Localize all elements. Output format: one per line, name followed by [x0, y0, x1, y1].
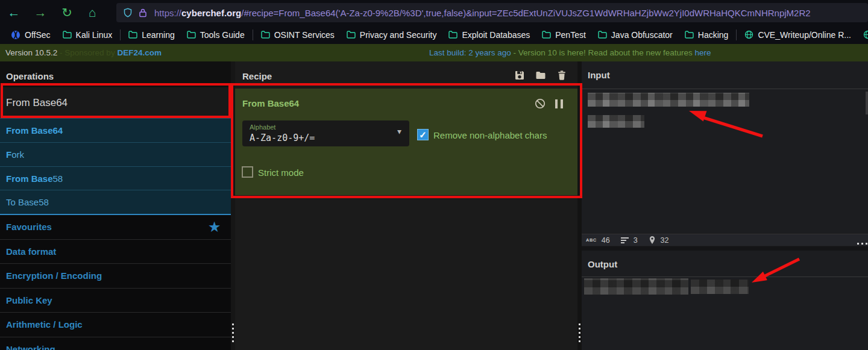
category-data-format[interactable]: Data format	[0, 240, 231, 264]
category-label: Networking	[6, 344, 55, 350]
category-arithmetic-logic[interactable]: Arithmetic / Logic	[0, 313, 231, 337]
bookmark-label: CVE_Writeup/Online R...	[758, 30, 851, 40]
bookmark-cve-writeup-online[interactable]: CVE_Writeup/Online R...	[738, 30, 857, 40]
sponsor-link[interactable]: DEF24.com	[117, 48, 162, 57]
bookmark-label: OSINT Services	[274, 30, 335, 40]
line-count: 3	[634, 236, 638, 245]
alphabet-label: Alphabet	[250, 123, 275, 131]
bookmarks-bar: OffSec Kali Linux Learning Tools Guide O…	[0, 25, 868, 44]
redacted-input-line-2	[588, 115, 644, 128]
folder-icon	[261, 31, 270, 39]
last-build-link[interactable]: Last build: 2 years ago	[429, 48, 511, 57]
category-encryption-encoding[interactable]: Encryption / Encoding	[0, 264, 231, 289]
match-text: From Base64	[6, 125, 63, 136]
bookmark-folder-kali-linux[interactable]: Kali Linux	[57, 30, 119, 40]
category-label: Arithmetic / Logic	[6, 319, 83, 330]
category-label: Encryption / Encoding	[6, 270, 102, 281]
edit-favourites-star-icon[interactable]: ★	[209, 215, 220, 240]
remove-non-alphabet-checkbox[interactable]: ✓	[417, 129, 429, 140]
bookmark-folder-osint-services[interactable]: OSINT Services	[255, 30, 341, 40]
operations-title: Operations	[6, 71, 54, 81]
banner-left: Version 10.5.2 - Sponsored by DEF24.com	[5, 44, 162, 61]
alphabet-dropdown[interactable]: Alphabet A-Za-z0-9+/= ▾	[242, 120, 409, 146]
category-label: Favourites	[6, 222, 52, 232]
reload-icon[interactable]: ↻	[58, 4, 75, 21]
splitter-handle[interactable]	[232, 323, 234, 343]
operation-list-item-from-base64[interactable]: From Base64	[0, 118, 231, 142]
version-text: Version 10.5.2	[5, 48, 57, 57]
screen: ← → ↻ ⌂ https://cyberchef.org/#recipe=Fr…	[0, 0, 868, 350]
announcement-text: - Version 10 is here! Read about the new…	[511, 48, 695, 57]
bookmark-label: Kali Linux	[76, 30, 113, 40]
splitter-handle[interactable]	[579, 323, 580, 343]
folder-icon	[448, 31, 458, 39]
input-header: Input	[582, 61, 868, 89]
remove-non-alphabet-label: Remove non-alphabet chars	[433, 130, 547, 140]
output-text-area[interactable]	[582, 277, 868, 350]
category-favourites[interactable]: Favourites★	[0, 215, 231, 240]
back-icon[interactable]: ←	[5, 4, 22, 21]
rest-text: ork	[11, 149, 24, 160]
io-resize-handle[interactable]	[857, 243, 867, 245]
bookmark-folder-tools-guide[interactable]: Tools Guide	[181, 30, 251, 40]
save-recipe-icon[interactable]	[514, 70, 525, 81]
operations-recipe-splitter[interactable]	[231, 61, 235, 350]
url-path: /#recipe=From_Base64('A-Za-z0-9%2B/%3D',…	[241, 8, 810, 18]
url-text: https://cyberchef.org/#recipe=From_Base6…	[154, 8, 811, 18]
bookmark-offsec[interactable]: OffSec	[5, 30, 57, 40]
url-domain: cyberchef.org	[181, 8, 241, 18]
bookmark-folder-learning[interactable]: Learning	[122, 30, 181, 40]
home-icon[interactable]: ⌂	[84, 4, 101, 21]
forward-icon[interactable]: →	[32, 4, 49, 21]
input-text-area[interactable]	[582, 89, 868, 234]
load-recipe-folder-icon[interactable]	[535, 70, 546, 81]
strict-mode-label: Strict mode	[258, 167, 304, 178]
url-protocol: https://	[154, 8, 181, 18]
redacted-input-line-1	[588, 93, 749, 107]
match-text: F	[6, 149, 11, 160]
bookmark-folder-hacking[interactable]: Hacking	[679, 30, 735, 40]
disable-operation-icon[interactable]	[534, 98, 546, 110]
operation-list-item-to-base58[interactable]: To Base58	[0, 190, 231, 214]
category-label: Public Key	[6, 295, 52, 305]
bookmark-folder-privacy-and-security[interactable]: Privacy and Security	[341, 30, 443, 40]
io-panel: Input ABC 46 3 32 Output	[582, 61, 868, 350]
folder-icon	[542, 31, 551, 39]
bookmark-label: OffSec	[25, 30, 51, 40]
version-banner: Version 10.5.2 - Sponsored by DEF24.com …	[0, 44, 868, 61]
features-link[interactable]: here	[695, 48, 711, 57]
bookmark-cve-writeup-2[interactable]: CVE_Writeu	[857, 30, 868, 40]
bookmark-folder-java-obfuscator[interactable]: Java Obfuscator	[592, 30, 679, 40]
chevron-down-icon: ▾	[397, 127, 401, 136]
input-title: Input	[588, 70, 610, 80]
bookmark-folder-exploit-databases[interactable]: Exploit Databases	[442, 30, 536, 40]
input-scrollbar-thumb[interactable]	[866, 92, 868, 114]
strict-mode-checkbox[interactable]	[242, 166, 253, 178]
bookmark-label: Learning	[142, 30, 175, 40]
category-networking[interactable]: Networking	[0, 337, 231, 350]
io-divider	[582, 246, 868, 251]
character-count-icon: ABC	[586, 237, 597, 243]
output-header: Output	[582, 251, 868, 277]
operation-list-item-fork[interactable]: Fork	[0, 142, 231, 166]
output-title: Output	[588, 259, 617, 269]
recipe-operation-from-base64[interactable]: From Base64 Alphabet A-Za-z0-9+/= ▾ ✓ Re…	[235, 89, 577, 195]
category-list: Favourites★ Data format Encryption / Enc…	[0, 215, 231, 350]
clear-recipe-trash-icon[interactable]	[556, 70, 567, 81]
operations-search-input[interactable]: From Base64	[0, 87, 231, 118]
shield-icon[interactable]	[123, 8, 133, 17]
folder-icon	[63, 31, 72, 39]
recipe-io-splitter[interactable]	[577, 61, 582, 350]
bookmark-label: Privacy and Security	[360, 30, 437, 40]
lock-icon[interactable]	[139, 8, 147, 17]
bookmark-folder-pentest[interactable]: PenTest	[536, 30, 592, 40]
browser-toolbar: ← → ↻ ⌂ https://cyberchef.org/#recipe=Fr…	[0, 0, 868, 25]
bookmarks-separator	[120, 30, 121, 40]
bookmark-label: Tools Guide	[200, 30, 245, 40]
category-public-key[interactable]: Public Key	[0, 289, 231, 313]
url-bar[interactable]: https://cyberchef.org/#recipe=From_Base6…	[116, 3, 868, 22]
folder-icon	[685, 31, 694, 39]
breakpoint-pause-icon[interactable]	[555, 99, 563, 108]
operation-list-item-from-base58[interactable]: From Base58	[0, 166, 231, 190]
recipe-title: Recipe	[242, 71, 272, 81]
